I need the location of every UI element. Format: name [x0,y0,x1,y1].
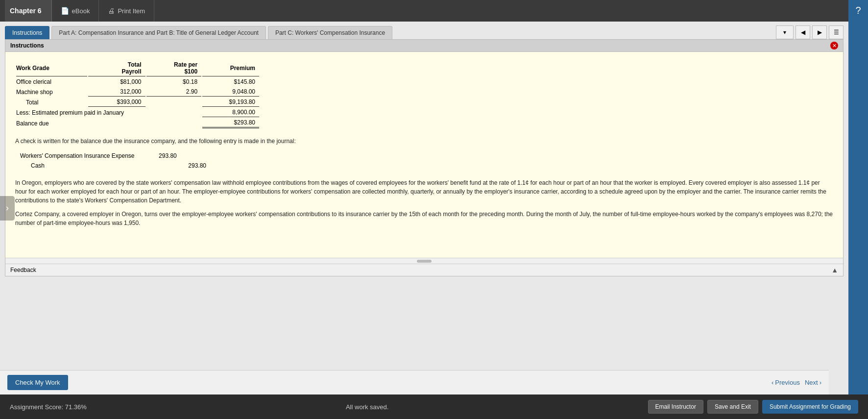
table-row-machine: Machine shop 312,000 2.90 9,048.00 [16,87,259,97]
tabs-right-controls: ▾ ◀ ▶ ☰ [776,25,844,39]
oregon-para: In Oregon, employers who are covered by … [15,178,833,205]
tab-part-ab[interactable]: Part A: Compensation Insurance and Part … [51,26,266,39]
chevron-right-icon: › [6,203,9,213]
close-instructions-btn[interactable]: ✕ [830,42,838,49]
save-and-exit-btn[interactable]: Save and Exit [707,400,758,414]
row-machine-payroll: 312,000 [88,87,145,97]
check-my-work-btn[interactable]: Check My Work [7,375,68,390]
row-machine-rate: 2.90 [146,87,202,97]
row-machine-premium: 9,048.00 [202,87,259,97]
instructions-header: Instructions ✕ [5,40,843,52]
col-workgrade: Work Grade [16,60,87,76]
feedback-label: Feedback [10,267,36,273]
main-area: › Instructions Part A: Compensation Insu… [0,22,848,394]
row-balance-amount: $293.80 [202,118,259,128]
ebook-tab-label: eBook [72,7,90,15]
row-less-amount: 8,900.00 [202,108,259,117]
cortez-para: Cortez Company, a covered employer in Or… [15,210,833,227]
instructions-title: Instructions [10,42,44,49]
check-text: A check is written for the balance due t… [15,137,833,146]
print-tab-label: Print Item [118,7,145,15]
col-premium: Premium [202,60,259,76]
journal-table: Workers' Compensation Insurance Expense … [15,150,211,171]
horizontal-scrollbar[interactable] [5,258,843,264]
journal-debit-amount: 293.80 [152,151,181,160]
table-row-total: Total $393,000 $9,193.80 [16,98,259,107]
row-balance-label: Balance due [16,118,201,128]
journal-credit-amount: 293.80 [182,161,210,170]
tabs-bar: Instructions Part A: Compensation Insura… [0,22,848,39]
all-work-saved: All work saved. [346,403,388,411]
row-office-label: Office clerical [16,77,87,86]
print-tab[interactable]: 🖨 Print Item [99,0,154,22]
footer-buttons: Email Instructor Save and Exit Submit As… [648,400,858,414]
row-total-premium: $9,193.80 [202,98,259,107]
scroll-thumb [417,260,432,263]
footer-bar: Assignment Score: 71.36% All work saved.… [0,394,868,419]
row-machine-label: Machine shop [16,87,87,97]
ebook-tab[interactable]: 📄 eBook [52,0,99,22]
journal-debit-row: Workers' Compensation Insurance Expense … [16,151,210,160]
nav-prev-btn[interactable]: ◀ [796,25,810,39]
menu-btn[interactable]: ☰ [829,25,844,39]
row-total-payroll: $393,000 [88,98,145,107]
journal-credit-row: Cash 293.80 [16,161,210,170]
side-help-panel: ? [848,0,868,419]
chapter-title: Chapter 6 [5,0,52,22]
next-btn[interactable]: Next › [805,379,821,386]
table-row-balance: Balance due $293.80 [16,118,259,128]
tab-instructions[interactable]: Instructions [5,26,49,39]
content-panel: Instructions ✕ Work Grade TotalPayroll R… [5,39,844,276]
next-label: Next [805,379,818,386]
instructions-content[interactable]: Work Grade TotalPayroll Rate per$100 Pre… [5,52,843,258]
row-less-label: Less: Estimated premium paid in January [16,108,201,117]
col-rateper: Rate per$100 [146,60,202,76]
feedback-panel: Feedback ▲ [5,264,843,276]
tab-part-c[interactable]: Part C: Workers' Compensation Insurance [268,26,392,39]
table-row-less: Less: Estimated premium paid in January … [16,108,259,117]
print-icon: 🖨 [108,7,115,15]
row-office-premium: $145.80 [202,77,259,86]
journal-debit-account: Workers' Compensation Insurance Expense [16,151,151,160]
feedback-arrow-up[interactable]: ▲ [831,266,838,274]
assignment-score: Assignment Score: 71.36% [10,403,87,411]
bottom-bar: Check My Work ‹ Previous Next › [0,370,829,394]
chevron-left-icon: ‹ [772,379,773,386]
premium-table: Work Grade TotalPayroll Rate per$100 Pre… [15,59,260,129]
nav-next-btn[interactable]: ▶ [812,25,827,39]
dropdown-btn[interactable]: ▾ [776,25,794,39]
submit-assignment-btn[interactable]: Submit Assignment for Grading [762,400,858,414]
col-totalpayroll: TotalPayroll [88,60,145,76]
left-nav-arrow[interactable]: › [0,196,15,221]
table-row-office: Office clerical $81,000 $0.18 $145.80 [16,77,259,86]
journal-credit-account: Cash [16,161,151,170]
chevron-right-icon: › [820,379,821,386]
row-office-rate: $0.18 [146,77,202,86]
top-bar: Chapter 6 📄 eBook 🖨 Print Item [0,0,868,22]
row-total-label: Total [16,98,87,107]
row-office-payroll: $81,000 [88,77,145,86]
bottom-right-nav: ‹ Previous Next › [772,379,821,386]
ebook-icon: 📄 [61,7,69,15]
email-instructor-btn[interactable]: Email Instructor [648,400,703,414]
help-icon[interactable]: ? [855,5,861,16]
previous-label: Previous [775,379,800,386]
previous-btn[interactable]: ‹ Previous [772,379,800,386]
row-total-rate [146,98,202,107]
